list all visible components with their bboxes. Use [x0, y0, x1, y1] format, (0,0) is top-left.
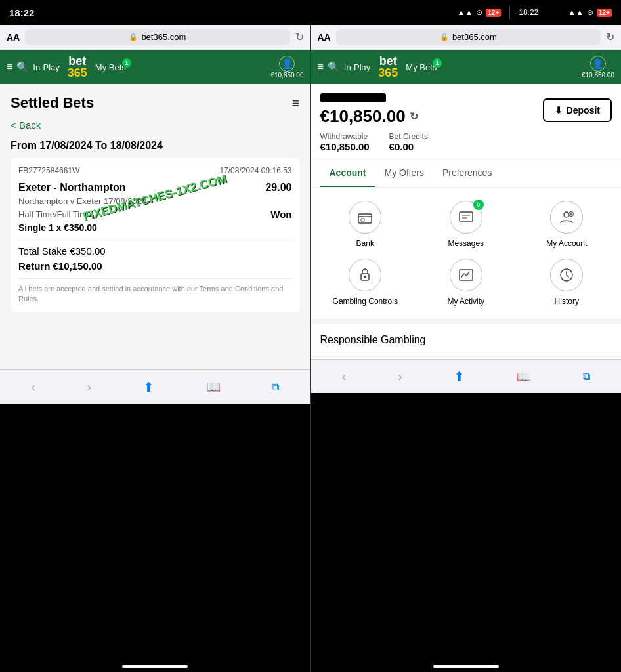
right-address-url-box[interactable]: 🔒 bet365.com: [336, 29, 601, 45]
bet-credits-label: Bet Credits: [389, 132, 428, 141]
messages-label: Messages: [448, 239, 484, 248]
bet-credits-value: €0.00: [389, 141, 428, 152]
right-search-icon[interactable]: 🔍: [328, 61, 340, 73]
messages-badge: 0: [473, 200, 484, 210]
bet-stake: Total Stake €350.00: [18, 245, 292, 257]
tab-account[interactable]: Account: [320, 159, 375, 187]
svg-point-7: [364, 276, 366, 278]
right-logo-bet: bet: [379, 55, 397, 67]
balance-refresh-icon[interactable]: ↻: [410, 110, 418, 123]
deposit-icon: ⬇: [555, 105, 563, 116]
left-account-icon[interactable]: 👤 €10,850.00: [270, 56, 303, 79]
deposit-button[interactable]: ⬇ Deposit: [543, 98, 612, 122]
withdrawable-label: Withdrawable: [320, 132, 370, 141]
my-activity-icon-item[interactable]: My Activity: [421, 259, 511, 306]
right-logo-365: 365: [378, 67, 398, 79]
my-account-label: My Account: [546, 239, 587, 248]
right-url: bet365.com: [452, 32, 497, 42]
left-browser-bottom: ‹ › ⬆ 📖 ⧉: [0, 369, 310, 404]
deposit-label: Deposit: [567, 105, 600, 116]
left-lock-icon: 🔒: [129, 33, 138, 41]
bet-type: Single 1 x €350.00: [18, 222, 292, 233]
left-tabs-icon[interactable]: ⧉: [272, 381, 279, 393]
left-menu-icon[interactable]: ≡: [7, 61, 12, 73]
right-aa: AA: [318, 32, 331, 43]
left-status-time: 18:22: [9, 7, 34, 18]
left-battery-badge: 12+: [486, 9, 501, 17]
right-back-browser-icon: ‹: [342, 369, 347, 384]
left-address-url-box[interactable]: 🔒 bet365.com: [25, 29, 289, 45]
svg-rect-2: [460, 212, 473, 221]
my-account-icon: [550, 201, 583, 234]
svg-rect-1: [361, 219, 364, 221]
withdrawable-value: €10,850.00: [320, 141, 370, 152]
bank-icon: [349, 201, 381, 234]
right-bets-badge: 1: [433, 58, 442, 68]
left-wifi-icon: ⊙: [476, 8, 482, 17]
bet-ref: FB2772584661W: [18, 166, 79, 175]
left-back-browser-icon: ‹: [31, 379, 35, 394]
bet-disclaimer: All bets are accepted and settled in acc…: [18, 284, 292, 304]
right-account-amount: €10,850.00: [582, 72, 614, 79]
bet-subtitle: Northampton v Exeter 17/08/2024: [18, 196, 292, 206]
left-logo-365: 365: [68, 67, 87, 79]
left-logo[interactable]: bet 365: [68, 55, 87, 79]
left-aa: AA: [7, 32, 20, 43]
right-logo[interactable]: bet 365: [378, 55, 398, 79]
settled-bets-menu-icon[interactable]: ≡: [292, 96, 300, 111]
messages-icon: 0: [450, 201, 482, 234]
account-menu: Responsible Gambling Help Log Out: [311, 320, 622, 359]
bank-icon-item[interactable]: Bank: [320, 201, 411, 248]
messages-icon-item[interactable]: 0 Messages: [421, 201, 511, 248]
right-account-icon[interactable]: 👤 €10,850.00: [582, 56, 614, 79]
right-browser-bottom: ‹ › ⬆ 📖 ⧉: [311, 359, 622, 393]
left-share-icon[interactable]: ⬆: [143, 379, 154, 395]
history-icon-item[interactable]: History: [522, 259, 612, 306]
left-inplay-link[interactable]: In-Play: [33, 62, 59, 72]
account-tabs: Account My Offers Preferences: [311, 159, 622, 188]
right-battery-badge: 12+: [597, 9, 612, 17]
right-lock-icon: 🔒: [440, 33, 449, 41]
left-search-icon[interactable]: 🔍: [16, 61, 29, 73]
right-status-time: 18:22: [519, 8, 538, 17]
right-menu-icon[interactable]: ≡: [318, 61, 324, 73]
left-url: bet365.com: [141, 32, 186, 42]
back-link[interactable]: < Back: [11, 119, 300, 131]
left-reload-icon[interactable]: ↻: [295, 31, 304, 43]
settled-bets-title: Settled Bets: [11, 94, 94, 112]
left-forward-browser-icon: ›: [87, 379, 92, 394]
bet-result: Won: [270, 209, 291, 220]
tab-preferences[interactable]: Preferences: [433, 159, 501, 187]
my-activity-icon: [450, 259, 482, 291]
bet-card: FIXEDMATCHES-1X2.COM FB2772584661W 17/08…: [11, 158, 300, 312]
right-bookmarks-icon[interactable]: 📖: [517, 369, 531, 384]
left-signal-icon: ▲▲: [458, 8, 473, 17]
right-share-icon[interactable]: ⬆: [454, 369, 465, 385]
bet-datetime: 17/08/2024 09:16:53: [219, 166, 291, 175]
account-icons-grid: Bank 0 Messages: [311, 188, 622, 320]
bet-odds: 29.00: [265, 182, 291, 194]
bet-return: Return €10,150.00: [18, 261, 292, 272]
left-logo-bet: bet: [68, 55, 86, 67]
right-reload-icon[interactable]: ↻: [606, 31, 614, 43]
left-my-bets[interactable]: My Bets 1: [95, 62, 126, 72]
left-account-amount: €10,850.00: [270, 72, 303, 79]
gambling-controls-icon-item[interactable]: Gambling Controls: [320, 259, 411, 306]
responsible-gambling-link[interactable]: Responsible Gambling: [311, 324, 622, 357]
my-account-icon-item[interactable]: My Account: [522, 201, 612, 248]
right-tabs-icon[interactable]: ⧉: [583, 371, 590, 383]
left-bets-badge: 1: [122, 58, 131, 68]
right-wifi-icon: ⊙: [587, 8, 593, 17]
gambling-controls-label: Gambling Controls: [333, 297, 398, 306]
account-header: €10,850.00 ↻ ⬇ Deposit Withdrawable €10,…: [311, 84, 622, 159]
tab-my-offers[interactable]: My Offers: [375, 159, 433, 187]
right-inplay-link[interactable]: In-Play: [344, 62, 370, 72]
right-forward-browser-icon: ›: [398, 369, 402, 384]
svg-point-3: [564, 212, 569, 217]
history-icon: [550, 259, 583, 291]
right-signal-icon: ▲▲: [568, 8, 584, 17]
date-range: From 17/08/2024 To 18/08/2024: [11, 140, 300, 152]
right-my-bets[interactable]: My Bets 1: [406, 62, 437, 72]
left-bookmarks-icon[interactable]: 📖: [206, 380, 221, 394]
bet-match-name: Exeter - Northampton: [18, 182, 126, 194]
